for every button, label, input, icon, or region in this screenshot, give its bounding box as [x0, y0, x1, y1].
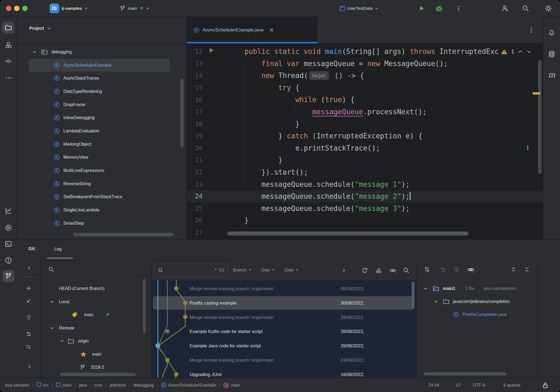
delete-trash-icon[interactable] — [26, 315, 31, 320]
line-number[interactable]: 12 — [190, 45, 203, 58]
log-filter-date[interactable]: Date — [284, 268, 299, 273]
code-line[interactable]: 23 messageQueue.schedule("message 1"); — [187, 178, 543, 191]
branch-item-remote[interactable]: Remote — [41, 322, 152, 334]
line-number[interactable]: 13 — [190, 58, 203, 70]
preview-eye-icon[interactable] — [467, 266, 474, 273]
chevron-down-icon[interactable] — [424, 287, 428, 291]
editor-horizontal-scrollbar[interactable] — [227, 231, 468, 236]
view-options-eye-icon[interactable] — [389, 267, 396, 274]
refresh-icon[interactable] — [362, 267, 368, 274]
warning-stripe-mark[interactable] — [533, 92, 540, 94]
chevron-down-icon[interactable] — [50, 300, 54, 304]
match-case-toggle[interactable]: Cc — [219, 267, 224, 273]
project-tree-item[interactable]: CDataTypeRendering — [17, 85, 187, 98]
branch-item-origin[interactable]: origin — [41, 335, 152, 347]
code-line[interactable]: 13 final var messageQueue = new MessageQ… — [187, 58, 543, 70]
line-number[interactable]: 27 — [190, 227, 203, 239]
tab-options-kebab-icon[interactable] — [529, 27, 534, 33]
code-line[interactable]: 25 messageQueue.schedule("message 3"); — [187, 202, 543, 215]
prev-problem-chevron-icon[interactable] — [518, 50, 523, 54]
line-number[interactable]: 21 — [190, 154, 203, 166]
breadcrumb-item-debugging[interactable]: debugging — [134, 383, 154, 388]
branches-horizontal-scrollbar[interactable] — [60, 373, 136, 376]
caret-position[interactable]: 24:44 — [428, 378, 439, 392]
branch-item-local[interactable]: Local — [41, 296, 152, 308]
branch-item-2018-2[interactable]: 2018-2 — [41, 361, 152, 373]
code-line[interactable]: 19 } catch (InterruptedException e) { — [187, 130, 543, 142]
log-filter-branch[interactable]: Branch — [233, 268, 252, 273]
go-to-hash-search-icon[interactable] — [403, 267, 409, 274]
run-button[interactable] — [419, 0, 425, 17]
debug-button[interactable] — [435, 0, 442, 17]
project-tree-item[interactable]: debugging — [17, 45, 187, 58]
line-separator[interactable]: LF — [456, 378, 461, 392]
breadcrumb-item-main[interactable]: main — [56, 383, 72, 388]
project-vertical-scrollbar[interactable] — [180, 79, 184, 148]
notifications-button[interactable] — [546, 27, 558, 38]
expand-all-icon[interactable] — [511, 266, 516, 272]
line-number[interactable]: 26 — [190, 214, 203, 227]
project-horizontal-scrollbar[interactable] — [73, 233, 173, 236]
minimize-window-button[interactable] — [14, 6, 19, 11]
project-tree-item[interactable]: CMarkingObject — [17, 138, 187, 151]
code-line[interactable]: 22 }).start(); — [187, 166, 543, 178]
more-actions-button[interactable] — [456, 0, 461, 17]
branch-item-head-current-branch-[interactable]: HEAD (Current Branch) — [41, 283, 152, 295]
code-line[interactable]: 21 } — [187, 154, 543, 166]
commit-row[interactable]: Upgrading JUnit16/08/2022, — [152, 367, 417, 378]
next-problem-chevron-icon[interactable] — [527, 50, 532, 54]
code-with-me-button[interactable] — [502, 0, 509, 17]
breadcrumb[interactable]: ava-samples›src›main›java›com›jetbrains›… — [5, 378, 240, 392]
commit-row[interactable]: Merge remote-tracking branch 'origin/mai… — [152, 282, 417, 296]
regex-toggle[interactable]: .* — [214, 267, 217, 273]
project-tree-item[interactable]: CMultiLineExpressions — [17, 164, 187, 177]
project-tree-item[interactable]: CInlineDebugging — [17, 111, 187, 124]
changed-files-root-row[interactable]: main1 1 file java-samples/src — [417, 282, 538, 295]
cherry-pick-icon[interactable] — [375, 267, 382, 274]
project-tree-item[interactable]: CAsyncStackTraces — [17, 72, 187, 85]
log-vertical-scrollbar[interactable] — [412, 282, 415, 309]
branch-search-icon[interactable] — [48, 266, 54, 272]
editor-vertical-scrollbar[interactable] — [538, 60, 542, 174]
vcs-branch-widget[interactable]: main — [120, 0, 149, 17]
project-tree-item[interactable]: CDropFrame — [17, 98, 187, 111]
profiler-tool-button[interactable] — [2, 205, 14, 217]
line-number[interactable]: 23 — [190, 178, 203, 191]
breadcrumb-item-main[interactable]: mmain — [223, 383, 240, 388]
line-number[interactable]: 14 — [190, 70, 203, 82]
line-number[interactable]: 15 — [190, 82, 203, 94]
line-number[interactable]: 24 — [190, 190, 203, 202]
run-line-gutter-icon[interactable] — [210, 48, 214, 53]
code-line[interactable]: 12 public static void main(String[] args… — [187, 45, 543, 58]
code-line[interactable]: 16 while (true) { — [187, 94, 543, 106]
project-tree-item[interactable]: CAsyncSchedulerExample — [17, 59, 187, 72]
project-tool-button[interactable] — [2, 22, 14, 34]
breadcrumb-item-ava-samples[interactable]: ava-samples — [5, 383, 30, 388]
maximize-window-button[interactable] — [22, 6, 28, 11]
project-tree-item[interactable]: CSingleLineLambda — [17, 204, 187, 217]
close-icon[interactable] — [269, 28, 274, 32]
editor[interactable]: C AsyncSchedulerExample.java 12 public s… — [187, 17, 543, 240]
branch-item-main[interactable]: main — [41, 348, 152, 360]
project-widget[interactable]: IS ij-samples — [50, 0, 88, 17]
file-encoding[interactable]: UTF-8 — [473, 378, 485, 392]
code-line[interactable]: 26 } — [187, 214, 543, 227]
breadcrumb-item-com[interactable]: com — [94, 383, 102, 388]
branch-item-main[interactable]: main — [41, 309, 152, 321]
line-number[interactable]: 25 — [190, 202, 203, 215]
commit-row[interactable]: Example Java code for starter script26/0… — [152, 339, 417, 353]
git-log-tab[interactable]: Log — [54, 246, 62, 251]
line-number[interactable]: 22 — [190, 166, 203, 178]
commit-row[interactable]: Postfix casting example30/08/2022, — [152, 296, 417, 310]
log-search-field[interactable]: .* Cc — [154, 263, 228, 277]
project-tree-item[interactable]: CSmartStep — [17, 217, 187, 230]
changed-file-row[interactable]: C PostfixCompletion.java — [417, 308, 538, 321]
project-tree-item[interactable]: CMemoryView — [17, 151, 187, 164]
commit-row[interactable]: Merge remote-tracking branch 'origin/mai… — [152, 353, 417, 367]
compare-arrows-icon[interactable] — [26, 331, 31, 337]
checkout-arrow-icon[interactable] — [26, 299, 31, 303]
project-panel-header[interactable]: Project — [29, 26, 51, 31]
changed-files-dir-row[interactable]: java/com/jetbrains/completion — [417, 295, 538, 308]
line-number[interactable]: 19 — [190, 130, 203, 142]
search-everywhere-button[interactable] — [522, 0, 529, 17]
